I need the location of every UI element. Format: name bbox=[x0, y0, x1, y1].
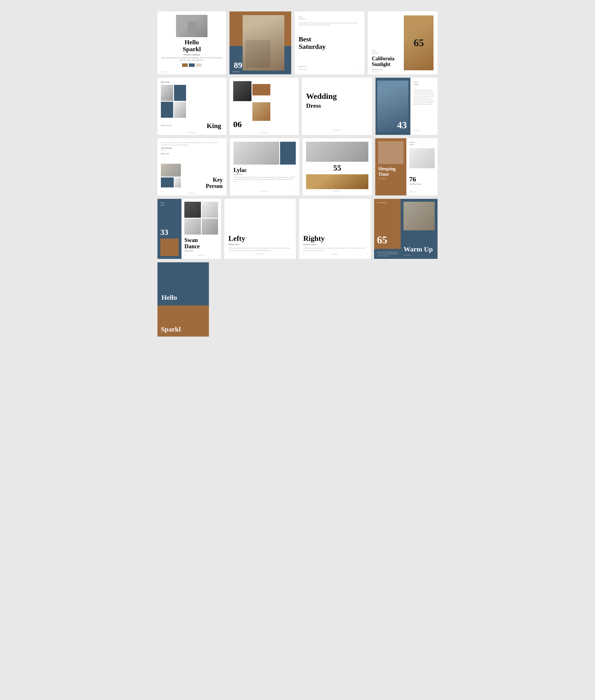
06-photos bbox=[233, 81, 271, 121]
hello-sparkl-title: HelloSparkl bbox=[182, 39, 201, 53]
key-mamontod: Mamontod bbox=[161, 153, 223, 154]
sleeping-title: SleepingTime bbox=[378, 166, 403, 177]
swan-label: SweetLight bbox=[160, 202, 179, 207]
sleeping-label3: Soothing Sound bbox=[409, 183, 435, 185]
lefty-title: Lefty bbox=[228, 234, 292, 243]
footer-king: 8Spill Papers9 bbox=[161, 132, 223, 134]
footer-lylac: 8Spill Papers9 bbox=[233, 190, 296, 192]
swan-dance-title: SwanDance bbox=[184, 237, 218, 250]
slide-hello-sparkl[interactable]: HelloSparkl Fashion Lookbook Quam aliqua… bbox=[158, 11, 226, 74]
california-photo: 65 bbox=[404, 16, 433, 70]
swan-right: SwanDance Sweet Story 8Spill Papers9 bbox=[181, 199, 221, 259]
king-photos bbox=[161, 85, 186, 118]
best-sat-body-text: Quam aliqua sint cillum lorem incididunt… bbox=[299, 22, 360, 26]
warmup-number: 65 bbox=[377, 234, 398, 246]
lylac-body: Fuillam quis adipisic officia ilium sint… bbox=[233, 176, 296, 182]
row-4: SweetLight 33 SwanDance Sweet Story 8Spi… bbox=[158, 199, 437, 259]
hello-big-title: Hello bbox=[162, 294, 205, 301]
lylac-sub: Lonely Place bbox=[233, 173, 296, 175]
slide-43[interactable]: 43 StudyGroup Quam aliqua sint cillum lo… bbox=[375, 78, 437, 135]
43-left-blue: 43 bbox=[375, 78, 410, 135]
righty-body: Fuillam quis adipisic officia ilium sint… bbox=[303, 247, 367, 252]
slide-key-person[interactable]: Quam aliqua sint cillum lorem incididunt… bbox=[158, 138, 227, 196]
sweet-do-you: Sweet Do You bbox=[161, 124, 172, 126]
key-person-title: KeyPerson bbox=[206, 177, 223, 189]
slide-warm-up[interactable]: The Champion 65 Fuillam quis adipisic of… bbox=[374, 199, 437, 259]
sleeping-number: 76 bbox=[409, 175, 435, 183]
slide-sleeping-time[interactable]: SleepingTime Let's Rest DaringDirect 76 … bbox=[375, 138, 437, 196]
photo-placeholder bbox=[176, 15, 207, 37]
swan-sub: Sweet Story bbox=[184, 250, 218, 252]
number-55: 55 bbox=[306, 164, 368, 173]
footer-warmup: Spill Papers bbox=[403, 254, 435, 256]
sleeping-sub: Let's Rest bbox=[378, 178, 403, 179]
slide-best-saturday[interactable]: CoolCap Top Quam aliqua sint cillum lore… bbox=[295, 11, 364, 74]
photo-overlay bbox=[236, 11, 291, 74]
righty-spacer bbox=[303, 203, 367, 234]
king-title: King bbox=[207, 122, 221, 130]
california-title: CaliforniaSunlight bbox=[372, 56, 401, 67]
hello-big-brown: Sparkl bbox=[158, 305, 209, 337]
slide-king[interactable]: Rule It All Sweet Do You King 8Spill Pap… bbox=[158, 78, 226, 135]
hello-big-blue: Hello bbox=[158, 262, 209, 305]
footer-california: Spill Papers3 bbox=[372, 71, 433, 72]
king-label: Rule It All bbox=[161, 81, 223, 83]
footer-55: 8Spill Papers9 bbox=[306, 190, 368, 192]
slide-grid: HelloSparkl Fashion Lookbook Quam aliqua… bbox=[158, 11, 437, 337]
best-sat-label: CoolCap Top bbox=[299, 16, 360, 20]
dress-title: Dress bbox=[306, 102, 368, 110]
slide-footer: Spill Papers bbox=[158, 71, 226, 72]
lylac-title: Lylac bbox=[233, 167, 296, 173]
warm-up-title: Warm Up bbox=[403, 245, 435, 253]
55-bottom-photo bbox=[306, 174, 368, 189]
slide-swan-dance[interactable]: SweetLight 33 SwanDance Sweet Story 8Spi… bbox=[158, 199, 221, 259]
best-saturday-title: BestSaturday bbox=[299, 35, 360, 51]
footer-sleeping: Spill Papers bbox=[409, 191, 435, 193]
lefty-body: Fuillam quis adipisic officia ilium sint… bbox=[228, 247, 292, 252]
footer-swan: 8Spill Papers9 bbox=[184, 254, 218, 256]
color-swatches bbox=[182, 63, 201, 67]
slide-california[interactable]: CoolCap Top CaliforniaSunlight Wonderful… bbox=[368, 11, 437, 74]
slide-wedding-dress[interactable]: Wedding Dress 8Spill Papers9 bbox=[302, 78, 372, 135]
body-text: Quam aliqua sint cillum lore incididunt … bbox=[161, 57, 223, 61]
sleeping-left-brown: SleepingTime Let's Rest bbox=[375, 138, 406, 196]
righty-title: Righty bbox=[303, 234, 367, 243]
slide-55[interactable]: 55 8Spill Papers9 bbox=[303, 138, 372, 196]
footer: Spill Papers2 bbox=[299, 68, 360, 70]
footer-lefty: 8Spill Papers9 bbox=[228, 252, 292, 255]
warmup-brown-top: The Champion 65 bbox=[374, 199, 401, 249]
row-5: Hello Sparkl bbox=[158, 262, 437, 337]
footer-keyperson: 8Spill Papers9 bbox=[161, 192, 223, 194]
slide-lefty[interactable]: Lefty Genius Hand Fuillam quis adipisic … bbox=[224, 199, 296, 259]
swan-left-blue: SweetLight 33 bbox=[158, 199, 181, 259]
slide-hello-sparkl-big[interactable]: Hello Sparkl bbox=[158, 262, 209, 337]
row-2: Rule It All Sweet Do You King 8Spill Pap… bbox=[158, 78, 437, 135]
wedding-title: Wedding bbox=[306, 92, 368, 101]
warmup-blue-bottom: Fuillam quis adipisic officia ilium sint… bbox=[374, 249, 401, 259]
sleeping-right: DaringDirect 76 Soothing Sound Spill Pap… bbox=[406, 138, 437, 196]
slide-06[interactable]: 06 8Spill Papers9 bbox=[230, 78, 299, 135]
number-65: 65 bbox=[414, 37, 424, 49]
swan-number: 33 bbox=[160, 228, 179, 237]
swan-photos-grid bbox=[184, 202, 218, 235]
number-06: 06 bbox=[233, 119, 242, 129]
california-left: CoolCap Top CaliforniaSunlight Wonderful… bbox=[372, 16, 404, 70]
footer-wedding: 8Spill Papers9 bbox=[306, 129, 368, 131]
lefty-spacer bbox=[228, 203, 292, 234]
row-3: Quam aliqua sint cillum lorem incididunt… bbox=[158, 138, 437, 196]
warmup-left: The Champion 65 Fuillam quis adipisic of… bbox=[374, 199, 401, 259]
bring-it-on: Bring it On bbox=[299, 66, 360, 67]
sparkl-text: Sparkl bbox=[161, 325, 180, 333]
slide-righty[interactable]: Righty Common Sense Fuillam quis adipisi… bbox=[299, 199, 371, 259]
subtitle: Fashion Lookbook bbox=[183, 54, 200, 56]
footer-righty: 8Spill Papers9 bbox=[303, 252, 367, 255]
footer-43: Spill Papers bbox=[414, 130, 434, 132]
slide-89[interactable]: 89 Spill Papers bbox=[229, 11, 291, 74]
row-1: HelloSparkl Fashion Lookbook Quam aliqua… bbox=[158, 11, 437, 74]
slide-lylac[interactable]: Lylac Lonely Place Fuillam quis adipisic… bbox=[230, 138, 299, 196]
number-43: 43 bbox=[397, 120, 407, 130]
number-89: 89 bbox=[234, 60, 242, 70]
55-top-photo bbox=[306, 142, 368, 162]
key-photos bbox=[161, 164, 181, 187]
wonderful-day: Wonderful Day bbox=[372, 68, 401, 70]
